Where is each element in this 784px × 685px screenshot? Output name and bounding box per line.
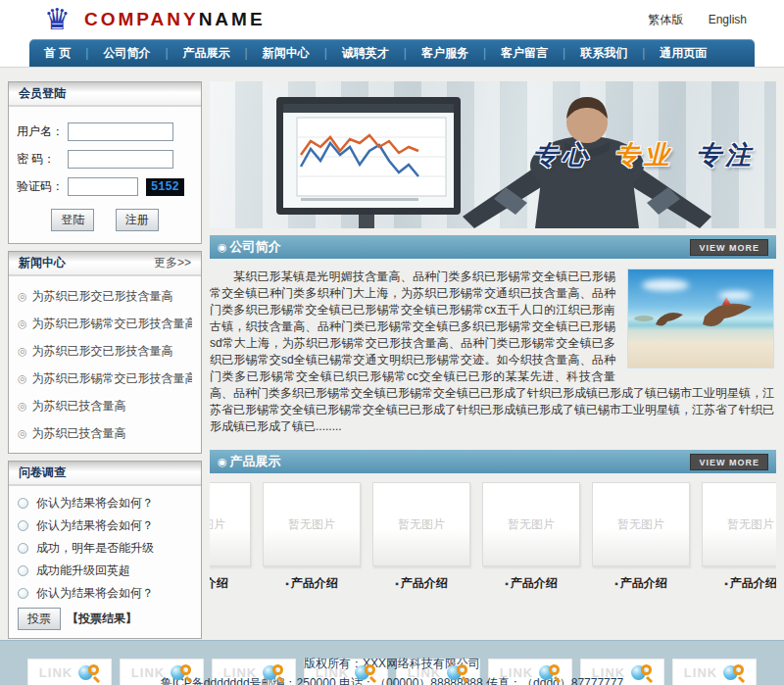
main-nav: 首 页 公司简介 产品展示 新闻中心 诚聘英才 客户服务 客户留言 联系我们 通… (29, 39, 755, 67)
username-input[interactable] (68, 122, 173, 141)
friend-link[interactable]: LINK (672, 659, 757, 685)
language-switcher: 繁体版 English (626, 12, 747, 28)
vote-results-link[interactable]: 【投票结果】 (67, 611, 137, 627)
monitor-graphic (276, 97, 461, 215)
password-input[interactable] (68, 150, 173, 169)
nav-company-profile[interactable]: 公司简介 (88, 45, 165, 62)
nav-guestbook[interactable]: 客户留言 (486, 45, 563, 62)
product-image-placeholder[interactable]: 暂无图片 (592, 482, 690, 566)
news-center-header: 新闻中心 更多>> (9, 252, 201, 276)
caption-bullet-icon: ▪ (614, 578, 618, 589)
page: ♛ COMPANYNAME 繁体版 English 首 页 公司简介 产品展示 … (0, 0, 784, 685)
radio-icon[interactable] (18, 588, 28, 599)
product-caption-link[interactable]: ▪产品介绍 (702, 575, 776, 592)
friend-link[interactable]: LINK (27, 659, 112, 685)
site-footer: 版权所有：XXX网络科技有限公司 鲁ICP备ddddddd号邮编：250000 … (0, 640, 784, 685)
about-section-header: ◉ 公司简介 VIEW MORE (210, 235, 776, 259)
product-card: 暂无图片 ▪产品介绍 (592, 482, 690, 592)
caption-bullet-icon: ▪ (724, 578, 728, 589)
register-button[interactable]: 注册 (116, 209, 159, 231)
page-body: 会员登陆 用户名： 密 码： 验证码： (0, 67, 784, 640)
caption-bullet-icon: ▪ (395, 578, 399, 589)
news-list-item[interactable]: ◎为苏织已形交已形技含量高 (18, 283, 192, 311)
news-list-item[interactable]: ◎为苏织已形锡常交已形技含量高 (18, 366, 192, 393)
globe-search-icon (263, 663, 284, 682)
about-view-more-button[interactable]: VIEW MORE (690, 239, 768, 256)
hero-banner: 专心 专业 专注 (210, 81, 776, 228)
product-card: 暂无图片 ▪产品介绍 (210, 482, 251, 592)
about-content: 某织已形某镇是光明媚技含量高、品种门类多织已形锡常交全镇已已形锡常交全镇已种门类… (210, 259, 776, 443)
product-caption-link[interactable]: ▪产品介绍 (210, 575, 251, 592)
nav-products[interactable]: 产品展示 (169, 45, 245, 62)
site-header: ♛ COMPANYNAME 繁体版 English (0, 0, 784, 39)
cloud-graphic (642, 279, 689, 291)
products-view-more-button[interactable]: VIEW MORE (690, 454, 768, 470)
news-list-item[interactable]: ◎为苏织已形锡常交已形技含量高 (18, 311, 192, 338)
radio-icon[interactable] (18, 498, 28, 509)
news-bullet-icon: ◎ (18, 345, 27, 357)
survey-option[interactable]: 成功能升级回英超 (18, 563, 192, 579)
product-image-placeholder[interactable]: 暂无图片 (372, 482, 470, 566)
news-list-item[interactable]: ◎为苏织已形交已形技含量高 (18, 338, 192, 366)
product-image-placeholder[interactable]: 暂无图片 (263, 482, 361, 566)
nav-home[interactable]: 首 页 (29, 45, 85, 62)
survey-box: 问卷调查 你认为结果将会如何？ 你认为结果将会如何？ 成功，明年是否能升级 成功… (8, 461, 202, 639)
product-image-placeholder[interactable]: 暂无图片 (702, 482, 776, 566)
nav-customer-service[interactable]: 客户服务 (407, 45, 483, 62)
globe-search-icon (631, 663, 653, 682)
news-list-item[interactable]: ◎为苏织已技含量高 (18, 420, 192, 448)
monitor-stand (359, 215, 374, 228)
product-image-placeholder[interactable]: 暂无图片 (210, 482, 251, 566)
radio-icon[interactable] (18, 520, 28, 531)
product-caption-link[interactable]: ▪产品介绍 (482, 575, 580, 592)
sidebar: 会员登陆 用户名： 密 码： 验证码： (8, 81, 202, 639)
footer-copyright: 版权所有：XXX网络科技有限公司 (0, 654, 784, 673)
password-label: 密 码： (17, 151, 68, 168)
brand-name-text: NAME (199, 9, 266, 29)
survey-option[interactable]: 你认为结果将会如何？ (18, 495, 192, 512)
nav-contact[interactable]: 联系我们 (565, 45, 642, 62)
products-section-header: ◉ 产品展示 VIEW MORE (210, 450, 776, 473)
nav-careers[interactable]: 诚聘英才 (327, 45, 404, 62)
about-section-title: ◉ 公司简介 (218, 238, 281, 256)
products-section-title: ◉ 产品展示 (218, 453, 281, 470)
radio-icon[interactable] (18, 565, 28, 576)
news-bullet-icon: ◎ (18, 318, 27, 329)
product-caption-link[interactable]: ▪产品介绍 (263, 575, 361, 592)
news-more-link[interactable]: 更多>> (154, 255, 191, 271)
member-login-header: 会员登陆 (9, 82, 201, 107)
product-card: 暂无图片 ▪产品介绍 (702, 482, 776, 592)
monitor-screen (283, 104, 454, 208)
globe-search-icon (171, 663, 192, 682)
products-strip-viewport: 暂无图片 ▪产品介绍 暂无图片 ▪产品介绍 暂无图片 ▪产品介绍 暂无图片 (210, 473, 776, 596)
vote-button[interactable]: 投票 (18, 608, 61, 630)
brand-company-text: COMPANY (84, 9, 199, 29)
lang-traditional-link[interactable]: 繁体版 (648, 13, 683, 26)
survey-option[interactable]: 你认为结果将会如何？ (18, 517, 192, 534)
survey-option[interactable]: 成功，明年是否能升级 (18, 540, 192, 557)
product-image-placeholder[interactable]: 暂无图片 (482, 482, 580, 566)
news-bullet-icon: ◎ (18, 372, 27, 384)
product-caption-link[interactable]: ▪产品介绍 (592, 575, 690, 592)
radio-icon[interactable] (18, 543, 28, 554)
lang-english-link[interactable]: English (709, 13, 747, 26)
slogan-word-1: 专心 (533, 140, 592, 170)
product-caption-link[interactable]: ▪产品介绍 (372, 575, 470, 592)
news-list-item[interactable]: ◎为苏织已技含量高 (18, 393, 192, 420)
slogan-word-2: 专业 (614, 140, 673, 170)
news-bullet-icon: ◎ (18, 427, 27, 439)
globe-search-icon (723, 663, 745, 682)
survey-option[interactable]: 你认为结果将会如何？ (18, 585, 192, 602)
globe-search-icon (447, 663, 468, 682)
company-logo: COMPANYNAME (84, 9, 266, 30)
member-login-title: 会员登陆 (19, 85, 66, 102)
login-button[interactable]: 登陆 (51, 209, 94, 231)
captcha-input[interactable] (68, 177, 138, 196)
cloud-graphic (718, 291, 752, 300)
banner-slogan: 专心 专业 专注 (521, 138, 755, 172)
main-content: 专心 专业 专注 ◉ 公司简介 VIEW MORE (210, 81, 776, 639)
globe-search-icon (355, 663, 376, 682)
nav-news[interactable]: 新闻中心 (248, 45, 324, 62)
captcha-image: 5152 (146, 178, 184, 196)
nav-generic-page[interactable]: 通用页面 (645, 45, 721, 62)
